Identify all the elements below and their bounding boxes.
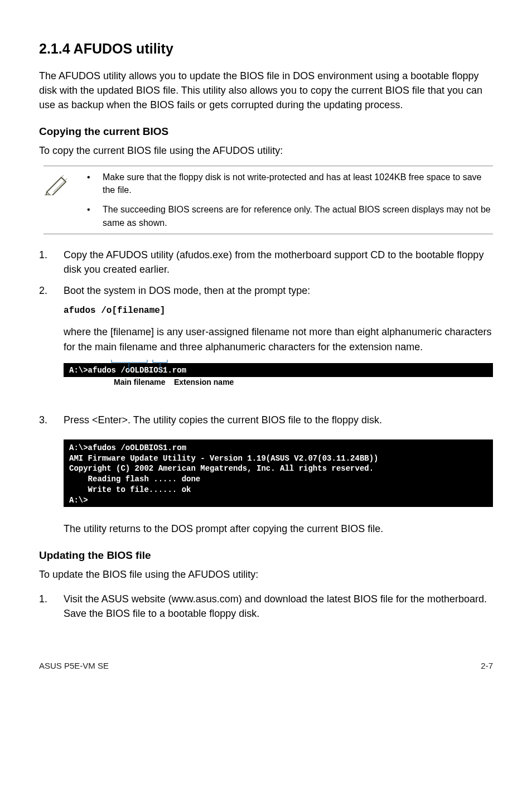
note-box: • Make sure that the floppy disk is not …	[43, 166, 493, 234]
steps-list: 3. Press <Enter>. The utility copies the…	[39, 413, 493, 427]
where-paragraph: where the [filename] is any user-assigne…	[64, 325, 493, 354]
footer-right: 2-7	[481, 660, 493, 671]
svg-line-1	[61, 177, 66, 182]
annotation-row: Main filename Extension name	[64, 377, 493, 402]
step-item: 3. Press <Enter>. The utility copies the…	[39, 413, 493, 427]
step-text: Press <Enter>. The utility copies the cu…	[64, 413, 493, 427]
step-item: 2. Boot the system in DOS mode, then at …	[39, 283, 493, 298]
svg-line-3	[54, 178, 67, 192]
step-number: 1.	[39, 248, 64, 277]
step-number: 1.	[39, 592, 64, 621]
section-heading: 2.1.4 AFUDOS utility	[39, 39, 493, 59]
note-item: • The succeeding BIOS screens are for re…	[87, 203, 493, 229]
step-text: Copy the AFUDOS utility (afudos.exe) fro…	[64, 248, 493, 277]
note-item: • Make sure that the floppy disk is not …	[87, 171, 493, 196]
step-number: 3.	[39, 413, 64, 427]
terminal-output: A:\>afudos /oOLDBIOS1.rom	[64, 363, 493, 377]
terminal-output: A:\>afudos /oOLDBIOS1.rom AMI Firmware U…	[64, 439, 493, 507]
annotation-extension-name: Extension name	[174, 377, 234, 388]
pencil-note-icon	[43, 173, 70, 199]
bullet: •	[87, 203, 103, 229]
note-text: Make sure that the floppy disk is not wr…	[103, 171, 493, 196]
after-terminal-text: The utility returns to the DOS prompt af…	[64, 521, 493, 536]
step-item: 1. Copy the AFUDOS utility (afudos.exe) …	[39, 248, 493, 277]
annotation-main-filename: Main filename	[114, 377, 166, 388]
copy-heading: Copying the current BIOS	[39, 124, 493, 139]
update-heading: Updating the BIOS file	[39, 548, 493, 563]
step-text: Visit the ASUS website (www.asus.com) an…	[64, 592, 493, 621]
note-text: The succeeding BIOS screens are for refe…	[103, 203, 493, 229]
command-text: afudos /o[filename]	[64, 305, 493, 317]
step-text: Boot the system in DOS mode, then at the…	[64, 283, 493, 298]
steps-list: 1. Visit the ASUS website (www.asus.com)…	[39, 592, 493, 621]
intro-paragraph: The AFUDOS utility allows you to update …	[39, 69, 493, 112]
page-footer: ASUS P5E-VM SE 2-7	[39, 654, 493, 671]
step-item: 1. Visit the ASUS website (www.asus.com)…	[39, 592, 493, 621]
step-number: 2.	[39, 283, 64, 298]
bullet: •	[87, 171, 103, 196]
update-intro: To update the BIOS file using the AFUDOS…	[39, 568, 493, 582]
steps-list: 1. Copy the AFUDOS utility (afudos.exe) …	[39, 248, 493, 298]
note-list: • Make sure that the floppy disk is not …	[87, 171, 493, 229]
footer-left: ASUS P5E-VM SE	[39, 660, 109, 671]
copy-intro: To copy the current BIOS file using the …	[39, 144, 493, 158]
